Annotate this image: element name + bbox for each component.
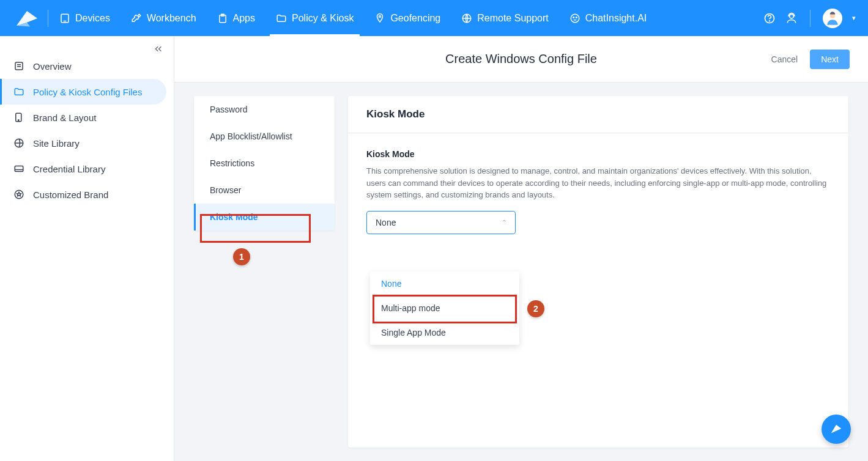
nav-label: Workbench [147, 13, 196, 24]
support-icon[interactable] [785, 12, 798, 24]
svg-point-3 [379, 15, 381, 17]
main-content: Create Windows Config File Cancel Next P… [174, 36, 868, 461]
device-icon [59, 13, 70, 24]
config-menu-kiosk[interactable]: Kiosk Mode [194, 204, 335, 230]
sidebar-label: Site Library [33, 138, 80, 149]
overview-icon [13, 61, 24, 72]
top-navigation: Devices Workbench Apps Policy & Kiosk Ge… [0, 0, 868, 36]
chat-icon [569, 13, 581, 24]
chevron-up-icon: ⌃ [502, 219, 506, 226]
field-description: This comprehensive solution is designed … [366, 165, 830, 201]
sidebar: Overview Policy & Kiosk Config Files Bra… [0, 36, 174, 461]
chevron-down-icon[interactable]: ▾ [852, 14, 856, 22]
sidebar-label: Customized Brand [33, 190, 108, 200]
floating-action-button[interactable] [822, 415, 851, 444]
panel-header: Kiosk Mode [348, 96, 848, 133]
nav-workbench[interactable]: Workbench [131, 0, 196, 36]
next-button[interactable]: Next [810, 50, 850, 69]
sidebar-label: Brand & Layout [33, 112, 96, 123]
sidebar-label: Credential Library [33, 164, 105, 174]
nav-geofencing[interactable]: Geofencing [374, 0, 440, 36]
cancel-button[interactable]: Cancel [771, 54, 798, 64]
globe-icon [461, 13, 472, 24]
annotation-badge-2: 2 [527, 300, 544, 317]
folder-icon [276, 13, 287, 24]
nav-label: Policy & Kiosk [292, 13, 354, 24]
help-icon[interactable] [763, 12, 776, 24]
config-menu-browser[interactable]: Browser [194, 177, 335, 204]
credential-icon [13, 163, 24, 174]
nav-label: ChatInsight.AI [585, 13, 647, 24]
svg-rect-18 [15, 166, 23, 172]
star-circle-icon [13, 189, 24, 200]
kiosk-mode-dropdown: None Multi-app mode Single App Mode [370, 271, 519, 345]
select-value: None [376, 218, 396, 227]
sidebar-item-policy-kiosk[interactable]: Policy & Kiosk Config Files [0, 79, 166, 105]
svg-point-7 [576, 17, 577, 18]
nav-label: Remote Support [477, 13, 549, 24]
collapse-icon[interactable] [153, 43, 164, 54]
sidebar-item-credential[interactable]: Credential Library [0, 156, 174, 182]
sidebar-label: Policy & Kiosk Config Files [33, 87, 142, 97]
nav-devices[interactable]: Devices [59, 0, 110, 36]
svg-point-16 [18, 120, 20, 121]
folder-config-icon [13, 86, 24, 97]
annotation-badge-1: 1 [233, 248, 250, 265]
svg-point-6 [573, 17, 574, 18]
config-menu: Password App Blocklist/Allowlist Restric… [194, 96, 335, 230]
nav-label: Geofencing [390, 13, 440, 24]
page-header: Create Windows Config File Cancel Next [174, 36, 868, 83]
nav-chatinsight[interactable]: ChatInsight.AI [569, 0, 647, 36]
tools-icon [131, 13, 142, 24]
dropdown-option-none[interactable]: None [370, 271, 519, 296]
sidebar-item-site-library[interactable]: Site Library [0, 130, 174, 156]
svg-point-5 [571, 14, 579, 23]
divider [810, 10, 811, 27]
nav-label: Devices [75, 13, 110, 24]
svg-point-9 [770, 20, 770, 21]
globe-icon [13, 138, 24, 149]
config-menu-blocklist[interactable]: App Blocklist/Allowlist [194, 123, 335, 150]
field-label: Kiosk Mode [366, 149, 830, 159]
sidebar-item-customized-brand[interactable]: Customized Brand [0, 182, 174, 207]
nav-policy-kiosk[interactable]: Policy & Kiosk [276, 0, 354, 36]
app-logo[interactable] [12, 7, 42, 30]
sidebar-item-overview[interactable]: Overview [0, 53, 174, 79]
nav-label: Apps [233, 13, 255, 24]
page-title: Create Windows Config File [445, 52, 597, 66]
nav-remote-support[interactable]: Remote Support [461, 0, 549, 36]
user-avatar[interactable] [823, 9, 842, 28]
config-menu-password[interactable]: Password [194, 96, 335, 123]
dropdown-option-single[interactable]: Single App Mode [370, 320, 519, 345]
send-icon [829, 422, 843, 436]
apps-icon [217, 13, 228, 24]
nav-apps[interactable]: Apps [217, 0, 255, 36]
panel-title: Kiosk Mode [366, 108, 830, 120]
config-menu-restrictions[interactable]: Restrictions [194, 150, 335, 177]
brand-icon [13, 112, 24, 123]
divider [48, 10, 48, 27]
kiosk-mode-select[interactable]: None ⌃ [366, 211, 516, 234]
sidebar-label: Overview [33, 61, 72, 72]
svg-point-10 [790, 14, 794, 18]
sidebar-item-brand-layout[interactable]: Brand & Layout [0, 105, 174, 130]
dropdown-option-multi[interactable]: Multi-app mode [370, 296, 519, 320]
location-icon [374, 13, 385, 24]
